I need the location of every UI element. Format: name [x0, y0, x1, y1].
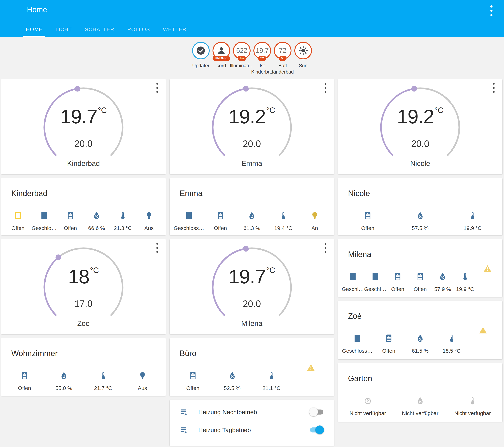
- entity-window[interactable]: Geschloss…: [342, 334, 373, 354]
- entity-temperature[interactable]: 18.5 °C: [436, 334, 468, 354]
- entity-humidity[interactable]: 61.5 %: [404, 334, 436, 354]
- target-temperature: 17.0: [1, 298, 166, 309]
- tab-wetter[interactable]: WETTER: [161, 27, 188, 37]
- entity-light[interactable]: Aus: [136, 211, 162, 231]
- entity-valve[interactable]: Offen: [342, 211, 394, 231]
- tab-licht[interactable]: LICHT: [54, 27, 73, 37]
- card-menu-icon[interactable]: [153, 83, 161, 93]
- current-temperature: 19.2°C: [338, 106, 502, 126]
- entity-valve[interactable]: Offen: [173, 372, 213, 391]
- current-temperature: 18°C: [1, 266, 166, 287]
- radiator-icon: [20, 372, 29, 380]
- entity-humidity[interactable]: 66.6 %: [83, 211, 110, 231]
- toggle-row-tagbetrieb: Heizung Tagbetrieb: [170, 421, 334, 439]
- badge-circle: UNBEK.: [213, 42, 230, 59]
- radiator-icon: [394, 273, 402, 281]
- card-menu-icon[interactable]: [490, 83, 497, 93]
- entity-state: Nicht verfügbar: [349, 410, 386, 416]
- temperature-icon: [279, 211, 287, 220]
- entity-temperature[interactable]: 19.4 °C: [268, 211, 299, 231]
- temperature-unit: °C: [266, 266, 275, 275]
- entity-state: Geschloss…: [342, 348, 373, 354]
- entity-temperature[interactable]: Nicht verfügbar: [446, 396, 499, 416]
- radiator-icon: [416, 273, 424, 281]
- entity-pressure[interactable]: Nicht verfügbar: [342, 396, 394, 416]
- temperature-unit: °C: [434, 106, 443, 115]
- card-menu-icon[interactable]: [153, 243, 161, 253]
- entity-window[interactable]: Geschl…: [342, 273, 364, 292]
- switch-knob[interactable]: [309, 408, 318, 416]
- entity-valve[interactable]: Offen: [205, 211, 236, 231]
- thermostat-card-milena: 19.7°C 20.0 Milena: [170, 239, 334, 334]
- target-temperature: 20.0: [1, 138, 166, 149]
- entity-light[interactable]: An: [299, 211, 330, 231]
- glance-entities: Nicht verfügbar Nicht verfügbar Nicht ve…: [342, 396, 499, 416]
- thermostat-card-zoe: 18°C 17.0 Zoe: [1, 239, 166, 334]
- badge-ist-kinderbad[interactable]: 19.7 °C Ist Kinderbad: [252, 42, 272, 75]
- entity-humidity[interactable]: 55.0 %: [44, 372, 83, 391]
- entity-temperature[interactable]: 21.1 °C: [252, 372, 291, 391]
- entity-state: Geschl…: [364, 286, 386, 292]
- card-menu-icon[interactable]: [322, 243, 329, 253]
- badge-updater[interactable]: Updater: [191, 42, 211, 69]
- radiator-icon: [216, 211, 225, 220]
- entity-warning[interactable]: [468, 326, 499, 340]
- entity-temperature[interactable]: 21.7 °C: [83, 372, 123, 391]
- tab-schalter[interactable]: SCHALTER: [83, 27, 116, 37]
- check-circle-icon: [196, 46, 205, 55]
- radiator-icon: [66, 211, 74, 220]
- badge-illumination[interactable]: 622 lm Illuminati…: [232, 42, 252, 69]
- radiator-icon: [385, 334, 393, 343]
- entity-state: 66.6 %: [88, 225, 105, 231]
- entity-warning[interactable]: [291, 363, 330, 377]
- sun-icon: [298, 46, 308, 55]
- temperature-icon: [268, 372, 276, 380]
- tab-home[interactable]: HOME: [24, 27, 44, 37]
- toggle-switch[interactable]: [310, 427, 323, 433]
- entity-humidity[interactable]: 57.5 %: [394, 211, 446, 231]
- entity-window[interactable]: Geschl…: [364, 273, 386, 292]
- entity-valve[interactable]: Offen: [386, 273, 409, 292]
- switch-knob[interactable]: [315, 426, 324, 434]
- glance-card-zoe: Zoé Geschloss… Offen 61.5 % 18.5 °C: [338, 301, 502, 359]
- badge-cord[interactable]: UNBEK. cord: [211, 42, 232, 69]
- badge-label: Batt Kinderbad: [271, 63, 294, 75]
- page-title: Home: [27, 5, 47, 14]
- entity-valve[interactable]: Offen: [57, 211, 83, 231]
- badge-value: 19.7: [256, 47, 269, 54]
- column-1: 19.7°C 20.0 Kinderbad Kinderbad Offen Ge…: [1, 79, 166, 396]
- temperature-unit: °C: [90, 266, 99, 275]
- entity-window[interactable]: Geschlo…: [31, 211, 57, 231]
- badge-batt-kinderbad[interactable]: 72 % Batt Kinderbad: [272, 42, 293, 75]
- toggle-switch[interactable]: [310, 409, 323, 415]
- humidity-icon: [228, 372, 236, 380]
- entity-temperature[interactable]: 19.9 °C: [454, 273, 476, 292]
- badge-sun[interactable]: Sun: [293, 42, 313, 69]
- temperature-unit: °C: [98, 106, 107, 115]
- entity-valve[interactable]: Offen: [409, 273, 431, 292]
- entity-light[interactable]: Aus: [123, 372, 162, 391]
- thermostat-name: Milena: [170, 319, 334, 327]
- badge-circle: 72 %: [274, 42, 291, 59]
- glance-card-title: Kinderbad: [11, 189, 47, 198]
- humidity-icon: [92, 211, 101, 220]
- entity-humidity[interactable]: Nicht verfügbar: [394, 396, 446, 416]
- overflow-menu-icon[interactable]: [487, 5, 496, 17]
- badge-label: Sun: [299, 63, 307, 69]
- card-menu-icon[interactable]: [322, 83, 329, 93]
- humidity-icon: [248, 211, 256, 220]
- entity-temperature[interactable]: 19.9 °C: [446, 211, 499, 231]
- entity-humidity[interactable]: 52.5 %: [213, 372, 252, 391]
- humidity-icon: [416, 211, 424, 220]
- entity-humidity[interactable]: 61.3 %: [236, 211, 268, 231]
- entity-valve[interactable]: Offen: [373, 334, 404, 354]
- entity-window[interactable]: Offen: [5, 211, 31, 231]
- entity-window[interactable]: Geschloss…: [173, 211, 205, 231]
- glance-card-title: Büro: [180, 349, 196, 358]
- entity-valve[interactable]: Offen: [5, 372, 44, 391]
- entity-warning[interactable]: [476, 264, 499, 278]
- entity-temperature[interactable]: 21.3 °C: [110, 211, 136, 231]
- entity-humidity[interactable]: 57.9 %: [432, 273, 454, 292]
- tab-rollos[interactable]: ROLLOS: [126, 27, 152, 37]
- glance-card-buero: Büro Offen 52.5 % 21.1 °C: [170, 338, 334, 396]
